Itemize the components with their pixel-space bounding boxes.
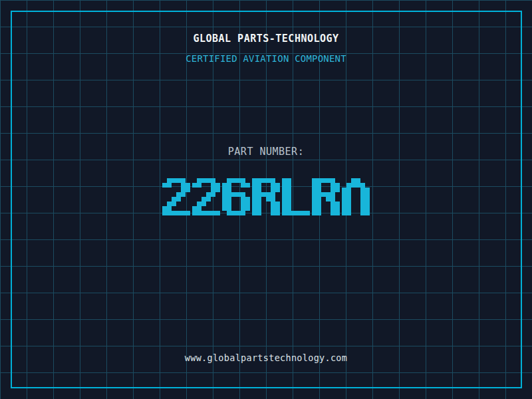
part-number-char (162, 178, 190, 215)
part-number-char (222, 178, 250, 215)
certification-tagline: CERTIFIED AVIATION COMPONENT (0, 54, 532, 64)
part-number-value (0, 178, 532, 215)
part-number-char (312, 178, 340, 215)
part-number-char (192, 178, 220, 215)
part-number-char (342, 178, 370, 215)
part-label-screen: GLOBAL PARTS-TECHNOLOGY CERTIFIED AVIATI… (0, 0, 532, 399)
part-number-char (282, 178, 310, 215)
part-number-label: PART NUMBER: (0, 146, 532, 157)
part-number-char (252, 178, 280, 215)
company-name: GLOBAL PARTS-TECHNOLOGY (0, 33, 532, 44)
website-url: www.globalpartstechnology.com (0, 353, 532, 363)
